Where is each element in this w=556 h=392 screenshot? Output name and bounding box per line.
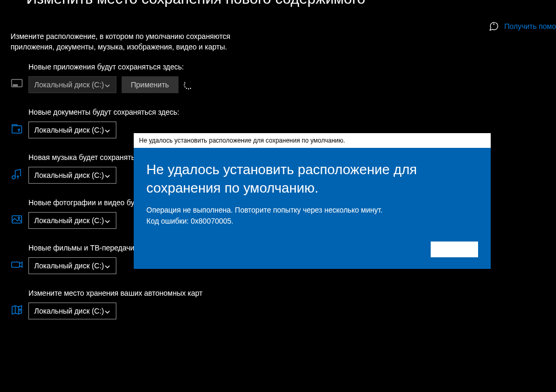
loading-spinner-icon <box>184 80 193 89</box>
setting-label: Измените место хранения ваших автономных… <box>28 289 545 297</box>
documents-icon <box>11 123 23 135</box>
chevron-down-icon <box>104 127 111 133</box>
dialog-close-button[interactable] <box>431 242 478 257</box>
svg-rect-3 <box>15 85 16 86</box>
svg-point-0 <box>493 24 495 25</box>
chevron-down-icon <box>104 82 111 88</box>
svg-rect-5 <box>12 126 22 133</box>
dialog-titlebar: Не удалось установить расположение для с… <box>134 133 491 148</box>
apps-icon <box>11 77 23 90</box>
disk-dropdown-documents[interactable]: Локальный диск (C:) <box>28 122 116 138</box>
svg-point-6 <box>12 176 15 179</box>
chevron-down-icon <box>104 263 111 269</box>
chevron-down-icon <box>104 308 111 314</box>
setting-label: Новые документы будут сохраняться здесь: <box>28 108 545 116</box>
setting-row-maps: Измените место хранения ваших автономных… <box>11 289 545 319</box>
disk-dropdown-photos[interactable]: Локальный диск (C:) <box>28 212 116 229</box>
page-description: Измените расположение, в котором по умол… <box>0 11 263 63</box>
music-icon <box>11 168 23 180</box>
disk-dropdown-maps[interactable]: Локальный диск (C:) <box>28 303 116 319</box>
help-link-container: Получить помо <box>489 21 556 32</box>
movies-icon <box>11 258 23 271</box>
help-chat-icon <box>489 21 499 32</box>
disk-dropdown-movies[interactable]: Локальный диск (C:) <box>28 257 116 274</box>
disk-dropdown-music[interactable]: Локальный диск (C:) <box>28 167 116 184</box>
disk-dropdown-apps: Локальный диск (C:) <box>28 76 116 93</box>
dialog-heading: Не удалось установить расположение для с… <box>146 160 478 197</box>
setting-label: Новые приложения будут сохраняться здесь… <box>28 63 545 71</box>
maps-icon <box>11 304 23 316</box>
dropdown-value: Локальный диск (C:) <box>34 81 104 89</box>
svg-rect-9 <box>12 262 19 267</box>
dialog-message-line: Код ошибки: 0x80070005. <box>146 216 478 227</box>
dialog-message: Операция не выполнена. Повторите попытку… <box>146 205 478 227</box>
photos-icon <box>11 213 23 226</box>
help-link[interactable]: Получить помо <box>504 22 556 31</box>
dropdown-value: Локальный диск (C:) <box>34 262 104 270</box>
svg-point-8 <box>18 217 20 219</box>
dropdown-value: Локальный диск (C:) <box>34 126 104 134</box>
dialog-message-line: Операция не выполнена. Повторите попытку… <box>146 205 478 216</box>
setting-row-apps: Новые приложения будут сохраняться здесь… <box>11 63 545 93</box>
dropdown-value: Локальный диск (C:) <box>34 307 104 315</box>
dropdown-value: Локальный диск (C:) <box>34 216 104 225</box>
chevron-down-icon <box>104 172 111 178</box>
apply-button[interactable]: Применить <box>122 76 178 93</box>
svg-rect-2 <box>13 85 14 86</box>
chevron-down-icon <box>104 217 111 224</box>
dropdown-value: Локальный диск (C:) <box>34 171 104 179</box>
svg-rect-4 <box>16 85 17 86</box>
page-title: Изменить место сохранения нового содержи… <box>26 0 365 7</box>
error-dialog: Не удалось установить расположение для с… <box>134 133 491 269</box>
